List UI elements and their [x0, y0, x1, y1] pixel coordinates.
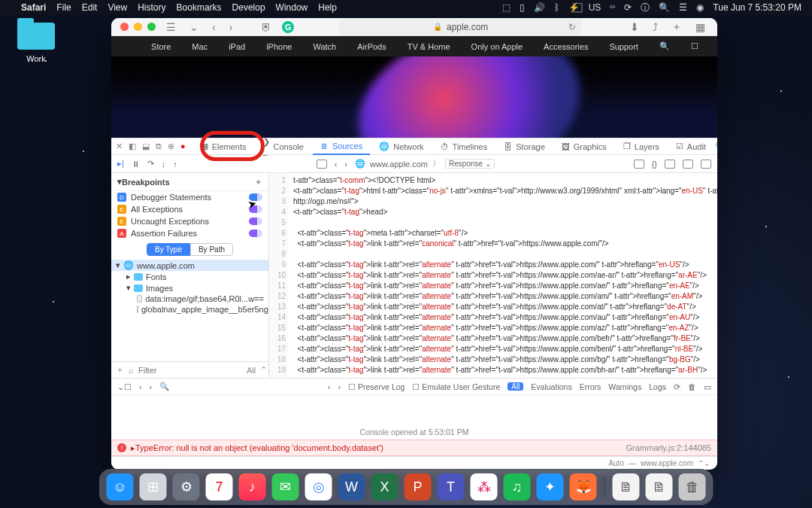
pill-by-path[interactable]: By Path	[190, 243, 233, 256]
nav-airpods[interactable]: AirPods	[357, 42, 386, 51]
tree-folder-images[interactable]: ▾ Images	[111, 282, 268, 294]
add-icon[interactable]: ＋	[116, 364, 124, 376]
nav-mac[interactable]: Mac	[192, 42, 208, 51]
continue-icon[interactable]: ▸|	[117, 159, 124, 169]
dock-messages[interactable]: ✉	[272, 473, 299, 500]
control-center-icon[interactable]: ☰	[679, 2, 687, 13]
tab-graphics[interactable]: 🖼Graphics	[554, 138, 614, 155]
console-dropdown-icon[interactable]: ⌄☐	[117, 382, 132, 391]
nav-tvhome[interactable]: TV & Home	[408, 42, 450, 51]
menu-view[interactable]: View	[108, 2, 127, 13]
history-forward-icon[interactable]: ›	[344, 160, 347, 169]
filter-warnings[interactable]: Warnings	[608, 382, 641, 391]
console-search-input[interactable]	[177, 382, 267, 391]
emulate-gesture-checkbox[interactable]: ☐ Emulate User Gesture	[412, 382, 500, 391]
dock-page-icon[interactable]: 🗎	[613, 473, 640, 500]
source-editor[interactable]: 1 2 3 4 5 6 7 8 9 10 11 12 13 14 15 16 1…	[269, 173, 717, 378]
dock-trash-icon[interactable]: 🗑	[679, 473, 706, 500]
menu-history[interactable]: History	[138, 2, 165, 13]
status-mode[interactable]: Auto	[608, 459, 624, 467]
dock-bottom-icon[interactable]: ⬓	[142, 141, 150, 151]
console-error-row[interactable]: ! ▸ TypeError: null is not an object (ev…	[111, 440, 717, 456]
bp-uncaught-exceptions[interactable]: EUncaught Exceptions	[111, 215, 268, 227]
dock-safari[interactable]: ✦	[537, 473, 564, 500]
grammarly-icon[interactable]: G	[282, 21, 294, 33]
battery-icon[interactable]: ⚡⃞	[568, 2, 580, 13]
sidebar-toggle-icon[interactable]: ☰	[163, 21, 179, 33]
target-icon[interactable]: ⊕	[168, 141, 174, 151]
menu-edit[interactable]: Edit	[82, 2, 98, 13]
new-tab-icon[interactable]: ＋	[668, 20, 685, 34]
dock-slack[interactable]: ⁂	[471, 473, 498, 500]
dock-word[interactable]: W	[338, 473, 365, 500]
app-name[interactable]: Safari	[21, 2, 46, 13]
menu-help[interactable]: Help	[318, 2, 337, 13]
filter-scope[interactable]: All	[247, 366, 256, 375]
bp-assertion-failures[interactable]: AAssertion Failures	[111, 227, 268, 239]
tree-folder-fonts[interactable]: ▸ Fonts	[111, 271, 268, 282]
pause-icon[interactable]: ⏸	[132, 160, 140, 169]
tab-layers[interactable]: ❐Layers	[616, 138, 667, 155]
step-into-icon[interactable]: ↓	[162, 160, 166, 169]
filter-logs[interactable]: Logs	[649, 382, 666, 391]
tab-timelines[interactable]: ⏱Timelines	[433, 138, 495, 155]
tab-storage[interactable]: 🗄Storage	[496, 138, 553, 155]
wifi-icon[interactable]: ⌔	[610, 2, 615, 13]
dock-launchpad[interactable]: ⊞	[140, 473, 167, 500]
bp-debugger-statements[interactable]: DDebugger Statements	[111, 191, 268, 203]
status-host[interactable]: www.apple.com	[641, 459, 693, 467]
source-breadcrumb[interactable]: 🌐 www.apple.com 〉 Response ⌄	[355, 158, 495, 169]
sync-icon[interactable]: ⟳	[624, 2, 632, 13]
toggle[interactable]	[249, 217, 262, 225]
error-source[interactable]: Grammarly.js:2:144085	[626, 443, 711, 452]
menubar-datetime[interactable]: Tue Jun 7 5:53:20 PM	[713, 2, 801, 13]
back-button[interactable]: ‹	[209, 21, 219, 33]
input-source[interactable]: US	[589, 2, 601, 13]
dock-spotify[interactable]: ♫	[504, 473, 531, 500]
tab-audit[interactable]: ☑Audit	[668, 138, 714, 155]
search-icon[interactable]: 🔍	[659, 41, 670, 51]
close-devtools-icon[interactable]: ✕	[116, 141, 123, 151]
nav-ipad[interactable]: iPad	[229, 42, 245, 51]
chevron-updown-icon[interactable]: ⌃⌄	[698, 459, 710, 467]
panel-toggle-icon[interactable]	[317, 160, 327, 169]
menu-file[interactable]: File	[56, 2, 71, 13]
downloads-icon[interactable]: ⬇	[627, 21, 642, 33]
nav-store[interactable]: Store	[151, 42, 171, 51]
minimize-button[interactable]	[134, 23, 142, 31]
tab-network[interactable]: 🌐Network	[371, 138, 431, 155]
history-back-icon[interactable]: ‹	[335, 160, 338, 169]
filter-all[interactable]: All	[508, 382, 523, 391]
dock-chrome[interactable]: ◎	[305, 473, 332, 500]
nav-iphone[interactable]: iPhone	[266, 42, 292, 51]
bp-all-exceptions[interactable]: EAll Exceptions	[111, 203, 268, 215]
layout-icon-3[interactable]	[683, 160, 693, 169]
menu-develop[interactable]: Develop	[232, 2, 265, 13]
console-nav-fwd[interactable]: ›	[338, 382, 341, 391]
tree-host[interactable]: ▾ 🌐 www.apple.com	[111, 260, 268, 271]
volume-icon[interactable]: 🔊	[534, 2, 545, 13]
dropdown-icon[interactable]: ⌄	[186, 21, 201, 33]
filter-input[interactable]	[138, 366, 242, 375]
nav-only[interactable]: Only on Apple	[471, 42, 523, 51]
pill-by-type[interactable]: By Type	[147, 243, 190, 256]
nav-accessories[interactable]: Accessories	[544, 42, 588, 51]
filter-errors[interactable]: Errors	[580, 382, 601, 391]
dock-powerpoint[interactable]: P	[404, 473, 432, 500]
dock-firefox[interactable]: 🦊	[570, 473, 597, 500]
popout-icon[interactable]: ⧉	[156, 141, 162, 151]
console-nav-back[interactable]: ‹	[328, 382, 331, 391]
dock-doc-icon[interactable]: 🗎	[646, 473, 673, 500]
forward-button[interactable]: ›	[226, 21, 236, 33]
shield-icon[interactable]: ▯	[520, 2, 525, 13]
nav-support[interactable]: Support	[609, 42, 638, 51]
step-out-icon[interactable]: ↑	[173, 160, 177, 169]
info-icon[interactable]: ⓘ	[641, 2, 650, 14]
layout-icon-4[interactable]	[701, 160, 711, 169]
tab-console[interactable]: ❯_Console	[256, 138, 311, 155]
address-bar[interactable]: 🔒 apple.com ↻	[339, 19, 582, 35]
step-over-icon[interactable]: ↷	[147, 159, 154, 169]
filter-evaluations[interactable]: Evaluations	[531, 382, 571, 391]
tree-file-2[interactable]: globalnav_apple_image__b5er5ngrzxqq...	[111, 304, 268, 315]
spotlight-icon[interactable]: 🔍	[659, 2, 670, 13]
